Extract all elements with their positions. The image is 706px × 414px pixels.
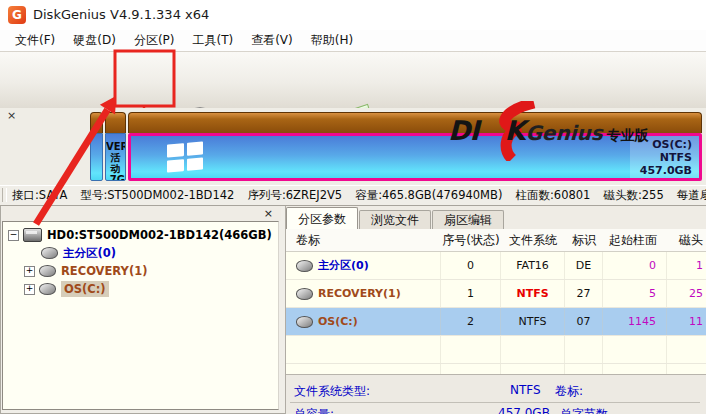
partition-table: 卷标 序号(状态) 文件系统 标识 起始柱面 磁头 主分区(0) 0 FAT16…	[286, 229, 706, 380]
fs-type-value: NTFS	[510, 383, 541, 397]
drive-icon	[39, 283, 56, 295]
windows-logo-icon	[167, 141, 203, 172]
menu-partition[interactable]: 分区(P)	[125, 30, 184, 51]
row-seq: 2	[441, 308, 501, 335]
recovery-partition-label: VER 活动 .7G	[106, 134, 125, 180]
total-capacity-value: 457.0GB	[498, 406, 550, 414]
partition-summary: 文件系统类型: NTFS 卷标: 总容量: 457.0GB 总字节数	[286, 374, 706, 414]
disk-info-sectors: 每道扇区数:63	[677, 188, 706, 203]
row-seq: 1	[441, 280, 501, 307]
menu-view[interactable]: 查看(V)	[242, 30, 302, 51]
row-volume-label: OS(C:)	[318, 315, 358, 328]
drive-icon	[296, 288, 313, 300]
partition-tree-panel: × − HD0:ST500DM002-1BD142(466GB) 主分区(0) …	[2, 206, 281, 412]
header-seq[interactable]: 序号(状态)	[441, 229, 501, 251]
row-head: 11	[667, 308, 706, 335]
row-start-cylinder: 0	[603, 252, 667, 279]
total-bytes-label: 总字节数	[560, 406, 608, 414]
table-row[interactable]: 主分区(0) 0 FAT16 DE 0 1	[286, 252, 706, 280]
tree-panel-close-icon[interactable]: ×	[264, 207, 273, 220]
disk-info-heads: 磁头数:255	[603, 188, 663, 203]
row-head: 1	[667, 252, 706, 279]
disk-info-bar: 接口:SATA 型号:ST500DM002-1BD142 序列号:6ZREJ2V…	[0, 185, 706, 206]
row-volume-label: 主分区(0)	[318, 258, 369, 273]
tree-item-os[interactable]: + OS(C:)	[3, 280, 278, 298]
disk-panel-close-icon[interactable]: ×	[7, 111, 16, 121]
title-bar: G DiskGenius V4.9.1.334 x64	[0, 0, 706, 30]
tab-browse-files[interactable]: 浏览文件	[359, 210, 431, 229]
logo-di: DI	[448, 115, 478, 146]
row-id: DE	[565, 252, 603, 279]
partition-detail-panel: 分区参数 浏览文件 扇区编辑 卷标 序号(状态) 文件系统 标识 起始柱面 磁头…	[285, 206, 706, 414]
partition-body: VER 活动 .7G	[105, 133, 126, 181]
menu-file[interactable]: 文件(F)	[6, 30, 64, 51]
drive-icon	[296, 260, 313, 272]
header-id[interactable]: 标识	[565, 229, 603, 251]
drive-icon	[41, 247, 58, 259]
menu-bar: 文件(F) 硬盘(D) 分区(P) 工具(T) 查看(V) 帮助(H)	[0, 30, 706, 52]
expand-icon[interactable]: +	[24, 266, 35, 277]
info-bar-grip	[2, 188, 7, 202]
header-filesystem[interactable]: 文件系统	[501, 229, 565, 251]
table-empty-row	[286, 336, 706, 364]
tree-item-recovery[interactable]: + RECOVERY(1)	[3, 262, 278, 280]
fs-type-label: 文件系统类型:	[294, 383, 370, 400]
tab-sector-edit[interactable]: 扇区编辑	[432, 210, 504, 229]
row-seq: 0	[441, 252, 501, 279]
row-filesystem: NTFS	[501, 308, 565, 335]
row-start-cylinder: 5	[603, 280, 667, 307]
expand-icon[interactable]: +	[24, 284, 35, 295]
drive-icon	[39, 265, 56, 277]
header-head[interactable]: 磁头	[667, 229, 706, 251]
menu-tools[interactable]: 工具(T)	[183, 30, 242, 51]
row-id: 27	[565, 280, 603, 307]
tree-item-label: 主分区(0)	[63, 246, 116, 261]
disk-info-serial: 序列号:6ZREJ2V5	[247, 188, 342, 203]
disk-info-cylinders: 柱面数:60801	[515, 188, 590, 203]
tree-item-label-selected: OS(C:)	[61, 281, 109, 297]
tab-partition-params[interactable]: 分区参数	[286, 207, 358, 229]
partition-body	[90, 133, 103, 181]
detail-tabs: 分区参数 浏览文件 扇区编辑	[286, 206, 706, 229]
row-id: 07	[565, 308, 603, 335]
hdd-icon	[23, 228, 42, 242]
row-head: 25	[667, 280, 706, 307]
row-volume-label: RECOVERY(1)	[318, 287, 401, 300]
tree-item-label: RECOVERY(1)	[61, 264, 147, 278]
disk-info-capacity: 容量:465.8GB(476940MB)	[355, 188, 502, 203]
row-start-cylinder: 1145	[603, 308, 667, 335]
collapse-icon[interactable]: −	[8, 230, 19, 241]
row-filesystem: NTFS	[501, 280, 565, 307]
table-row[interactable]: RECOVERY(1) 1 NTFS 27 5 25	[286, 280, 706, 308]
logo-edition: 专业版	[607, 127, 649, 145]
logo-genius: Genius	[525, 121, 602, 145]
summary-divider	[290, 402, 700, 403]
tree-item-hd0[interactable]: − HD0:ST500DM002-1BD142(466GB)	[3, 226, 278, 244]
window-title: DiskGenius V4.9.1.334 x64	[33, 7, 209, 22]
toolbar: 保存更改 搜索分区 恢复文件 快速分区 新建分区 Ø 格式化 删除分区 备份分区	[0, 52, 706, 109]
partition-tree: − HD0:ST500DM002-1BD142(466GB) 主分区(0) + …	[2, 221, 279, 410]
partition-cap	[90, 112, 103, 133]
logo-k: K	[504, 115, 525, 146]
header-start-cylinder[interactable]: 起始柱面	[603, 229, 667, 251]
table-header-row: 卷标 序号(状态) 文件系统 标识 起始柱面 磁头	[286, 229, 706, 252]
tree-item-label: HD0:ST500DM002-1BD142(466GB)	[47, 228, 272, 242]
tree-panel-header: ×	[2, 206, 281, 221]
header-volume[interactable]: 卷标	[286, 229, 441, 251]
table-row-selected[interactable]: OS(C:) 2 NTFS 07 1145 11	[286, 308, 706, 336]
menu-disk[interactable]: 硬盘(D)	[64, 30, 125, 51]
volume-label: 卷标:	[555, 383, 583, 400]
partition-cap	[105, 112, 126, 133]
menu-help[interactable]: 帮助(H)	[302, 30, 362, 51]
drive-icon	[296, 316, 313, 328]
disk-info-interface: 接口:SATA	[12, 188, 67, 203]
tree-item-primary[interactable]: 主分区(0)	[3, 244, 278, 262]
disk-info-model: 型号:ST500DM002-1BD142	[80, 188, 234, 203]
row-filesystem: FAT16	[501, 252, 565, 279]
app-icon: G	[8, 6, 26, 24]
total-capacity-label: 总容量:	[294, 406, 334, 414]
